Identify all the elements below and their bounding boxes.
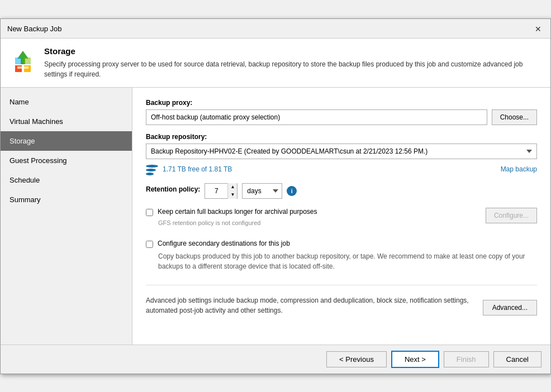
database-icon (146, 165, 158, 175)
storage-free-text: 1.71 TB free of 1.81 TB (163, 165, 232, 173)
retention-spinners: ▲ ▼ (227, 183, 237, 199)
sidebar-item-name[interactable]: Name (1, 92, 132, 112)
configure-secondary-row: Configure secondary destinations for thi… (146, 240, 537, 248)
retention-info-icon[interactable]: i (287, 186, 297, 196)
sidebar-item-summary[interactable]: Summary (1, 190, 132, 209)
finish-button[interactable]: Finish (444, 351, 489, 367)
gfs-not-configured-text: GFS retention policy is not configured (158, 219, 317, 226)
backup-repository-select[interactable]: Backup Repository-HPHV02-E (Created by G… (146, 144, 537, 159)
backup-proxy-label: Backup proxy: (146, 99, 537, 107)
configure-button: Configure... (486, 208, 537, 223)
backup-proxy-choose-button[interactable]: Choose... (492, 109, 537, 125)
keep-full-backups-row: Keep certain full backups longer for arc… (146, 208, 317, 216)
storage-info-left: 1.71 TB free of 1.81 TB (146, 164, 232, 175)
next-button[interactable]: Next > (391, 351, 439, 368)
backup-proxy-row: Choose... (146, 109, 537, 125)
previous-button[interactable]: < Previous (326, 351, 387, 367)
backup-repository-label: Backup repository: (146, 133, 537, 141)
sidebar-item-schedule[interactable]: Schedule (1, 170, 132, 190)
sidebar-item-guest-processing[interactable]: Guest Processing (1, 151, 132, 170)
svg-rect-4 (24, 58, 31, 64)
sidebar-item-virtual-machines[interactable]: Virtual Machines (1, 112, 132, 131)
dialog: New Backup Job ✕ Storage Specify process… (0, 18, 551, 374)
backup-proxy-input[interactable] (146, 109, 487, 125)
header-section: Storage Specify processing proxy server … (1, 39, 550, 88)
configure-secondary-description: Copy backups produced by this job to ano… (158, 251, 537, 271)
retention-number-input: ▲ ▼ (205, 183, 238, 199)
sidebar: Name Virtual Machines Storage Guest Proc… (1, 88, 132, 345)
storage-info: 1.71 TB free of 1.81 TB Map backup (146, 164, 537, 175)
retention-up-button[interactable]: ▲ (228, 183, 237, 191)
advanced-button[interactable]: Advanced... (483, 300, 537, 315)
retention-down-button[interactable]: ▼ (228, 191, 237, 199)
section-description: Specify processing proxy server to be us… (44, 59, 542, 79)
configure-secondary-label[interactable]: Configure secondary destinations for thi… (158, 240, 290, 247)
header-icon (10, 46, 36, 73)
svg-rect-3 (15, 58, 22, 64)
backup-repository-row: Backup Repository-HPHV02-E (Created by G… (146, 144, 537, 159)
retention-value-input[interactable] (205, 184, 227, 198)
retention-label: Retention policy: (146, 185, 200, 193)
dialog-title: New Backup Job (7, 25, 62, 33)
content-area: Name Virtual Machines Storage Guest Proc… (1, 88, 550, 345)
svg-rect-5 (17, 66, 28, 69)
close-button[interactable]: ✕ (533, 23, 544, 35)
main-content: Backup proxy: Choose... Backup repositor… (132, 88, 550, 345)
retention-row: Retention policy: ▲ ▼ daysweeksmonths i (146, 183, 537, 199)
advanced-section: Advanced job settings include backup mod… (146, 285, 537, 315)
footer: < Previous Next > Finish Cancel (1, 345, 550, 374)
retention-unit-select[interactable]: daysweeksmonths (242, 183, 282, 199)
sidebar-item-storage[interactable]: Storage (1, 131, 132, 151)
map-backup-link[interactable]: Map backup (501, 165, 537, 173)
keep-full-backups-checkbox[interactable] (146, 209, 153, 216)
title-bar: New Backup Job ✕ (1, 19, 550, 39)
advanced-text: Advanced job settings include backup mod… (146, 295, 474, 315)
keep-full-backups-section: Keep certain full backups longer for arc… (146, 208, 537, 232)
header-text: Storage Specify processing proxy server … (44, 46, 542, 79)
cancel-button[interactable]: Cancel (493, 351, 542, 367)
configure-secondary-checkbox[interactable] (146, 241, 153, 248)
configure-secondary-section: Configure secondary destinations for thi… (146, 240, 537, 271)
section-title: Storage (44, 46, 542, 56)
keep-full-backups-label[interactable]: Keep certain full backups longer for arc… (158, 208, 317, 216)
